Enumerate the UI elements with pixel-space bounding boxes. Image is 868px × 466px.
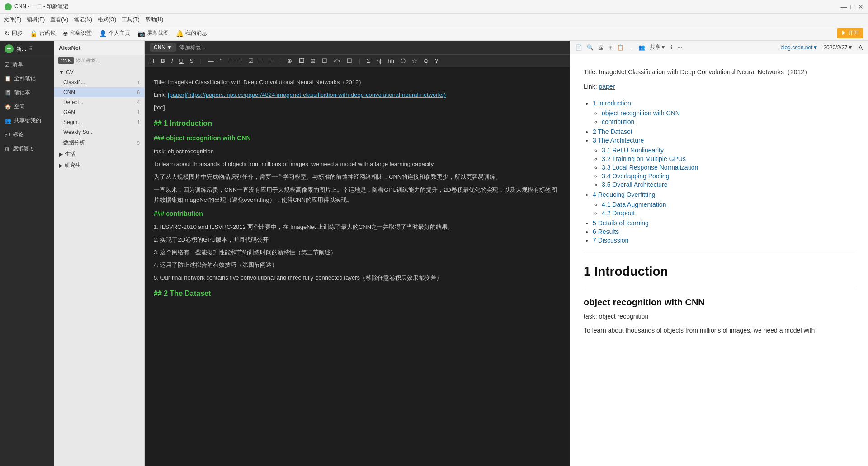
sidebar-item-notebooks[interactable]: 📓 笔记本 [0,86,54,100]
sidebar-item-trash[interactable]: 🗑 废纸篓 5 [0,142,54,156]
tree-item-detect[interactable]: Detect... 4 [54,97,144,107]
message-button[interactable]: 🔔 我的消息 [176,29,207,37]
sidebar-item-checklist[interactable]: ☑ 清单 [0,57,54,71]
preview-font-icon[interactable]: A [859,44,863,51]
format-italic-btn[interactable]: I [170,57,175,65]
menu-edit[interactable]: 编辑(E) [27,16,45,24]
add-tag-editor[interactable]: 添加标签... [179,44,206,52]
toc-link-4[interactable]: 4 Reducing Overfitting [593,191,656,198]
preview-copy-icon[interactable]: 📋 [617,44,624,51]
toc-link-3-3[interactable]: 3.3 Local Response Normalization [602,164,698,171]
preview-info-icon[interactable]: ℹ [670,44,673,51]
toc-link-1-2[interactable]: contribution [602,118,634,125]
toc-link-1-1[interactable]: object recognition with CNN [602,109,680,117]
format-underline-btn[interactable]: U [177,57,185,65]
toc-link-5[interactable]: 5 Details of learning [593,219,649,227]
format-block-btn[interactable]: ☐ [345,57,354,65]
format-attach-btn[interactable]: ☐ [320,57,329,65]
toc-link-1[interactable]: 1 Introduction [593,100,631,107]
notebook-tag[interactable]: CNN [58,57,74,64]
format-dash-btn[interactable]: — [206,57,216,65]
toc-link-2[interactable]: 2 The Dataset [593,128,632,135]
format-hex-btn[interactable]: ⬡ [399,57,407,65]
yinxiang-icon: ⊕ [63,30,68,37]
format-code-btn[interactable]: <> [332,57,342,65]
toc-link-3-4[interactable]: 3.4 Overlapping Pooling [602,172,669,180]
tree-item-gan[interactable]: GAN 1 [54,107,144,117]
toc-link-4-1[interactable]: 4.1 Data Augmentation [602,201,666,208]
tree-item-segm[interactable]: Segm... 1 [54,117,144,127]
toc-link-3-2[interactable]: 3.2 Training on Multiple GPUs [602,155,686,162]
format-strikethrough-btn[interactable]: S [188,57,196,65]
menu-note[interactable]: 笔记(N) [74,16,92,24]
tree-item-classifi[interactable]: Classifi... 1 [54,77,144,87]
kaikai-button[interactable]: ▶ 开开 [837,28,863,38]
format-indent-btn[interactable]: ≡ [258,57,265,65]
toc-link-6[interactable]: 6 Results [593,228,619,235]
toc-link-3-5[interactable]: 3.5 Overall Architecture [602,181,668,188]
toc-link-3[interactable]: 3 The Architecture [593,137,644,144]
preview-share-btn[interactable]: 共享▼ [650,43,666,51]
preview-grid-icon[interactable]: ⊞ [608,44,613,51]
format-table-btn[interactable]: ⊞ [309,57,317,65]
maximize-button[interactable]: □ [851,3,854,10]
toc-item-2: 2 The Dataset [593,128,854,135]
yinxiang-button[interactable]: ⊕ 印象识堂 [63,29,92,37]
preview-date[interactable]: 2020/2/27▼ [823,44,853,51]
preview-share-icon[interactable]: 👥 [638,44,645,51]
tree-item-cnn[interactable]: CNN 6 [54,87,144,97]
format-bold-btn[interactable]: B [159,57,166,65]
preview-paper-link[interactable]: paper [599,83,615,90]
format-image-btn[interactable]: 🖼 [297,57,306,65]
format-h-btn[interactable]: H [148,57,156,65]
menu-help[interactable]: 帮助(H) [145,16,164,24]
menu-bar: 文件(F) 编辑(E) 查看(V) 笔记(N) 格式(O) 工具(T) 帮助(H… [0,14,868,26]
format-hh-btn[interactable]: hh [386,57,396,65]
format-star-btn[interactable]: ☆ [410,57,419,65]
personal-button[interactable]: 👤 个人主页 [99,29,130,37]
menu-format[interactable]: 格式(O) [98,16,116,24]
preview-search-icon[interactable]: 🔍 [587,44,594,51]
preview-more-icon[interactable]: ⋯ [677,44,683,51]
tree-item-life[interactable]: ▶ 生活 [54,148,144,160]
toc-item-5: 5 Details of learning [593,219,854,227]
format-check-btn[interactable]: ☑ [246,57,255,65]
format-formula-btn[interactable]: Σ [365,57,372,65]
sidebar-item-shared[interactable]: 👥 共享给我的 [0,114,54,128]
editor-notebook-tag[interactable]: CNN ▼ [150,43,176,52]
menu-file[interactable]: 文件(F) [4,16,21,24]
password-button[interactable]: 🔒 密码锁 [30,29,56,37]
tree-item-cv[interactable]: ▼ CV [54,67,144,77]
sync-button[interactable]: ↻ 同步 [5,29,23,37]
add-tag-button[interactable]: 添加标签... [76,57,100,64]
close-button[interactable]: ✕ [858,3,863,10]
format-ul-btn[interactable]: ≡ [226,57,234,65]
editor-paper-link[interactable]: [paper](https://papers.nips.cc/paper/482… [168,91,446,98]
toc-link-3-1[interactable]: 3.1 ReLU Nonlinearity [602,147,664,154]
format-circle-btn[interactable]: ⊙ [422,57,430,65]
preview-print-icon[interactable]: 🖨 [598,44,604,51]
preview-back-icon[interactable]: ← [628,44,634,51]
editor-toc-marker: [toc] [154,103,561,113]
preview-source[interactable]: blog.csdn.net▼ [780,44,818,51]
minimize-button[interactable]: — [841,3,847,10]
screenshot-button[interactable]: 📷 屏幕截图 [137,29,169,37]
format-dedent-btn[interactable]: ≡ [268,57,275,65]
tree-item-data-analysis[interactable]: 数据分析 9 [54,137,144,148]
sidebar-item-tags[interactable]: 🏷 标签 [0,128,54,142]
menu-tools[interactable]: 工具(T) [122,16,139,24]
format-quote-btn[interactable]: " [218,57,224,65]
sidebar-item-all-notes[interactable]: 📋 全部笔记 [0,71,54,86]
tree-item-graduate[interactable]: ▶ 研究生 [54,160,144,171]
preview-export-icon[interactable]: 📄 [576,44,582,51]
format-chart-btn[interactable]: h| [375,57,383,65]
tree-item-weakly[interactable]: Weakly Su... [54,127,144,137]
new-note-button[interactable]: + 新... ⠿ [0,41,54,57]
toc-link-7[interactable]: 7 Discussion [593,237,628,244]
menu-view[interactable]: 查看(V) [50,16,68,24]
format-help-btn[interactable]: ? [433,57,440,65]
toc-link-4-2[interactable]: 4.2 Dropout [602,209,635,217]
format-ol-btn[interactable]: ≡ [236,57,244,65]
sidebar-item-spaces[interactable]: 🏠 空间 [0,100,54,114]
format-link-btn[interactable]: ⊕ [285,57,294,65]
